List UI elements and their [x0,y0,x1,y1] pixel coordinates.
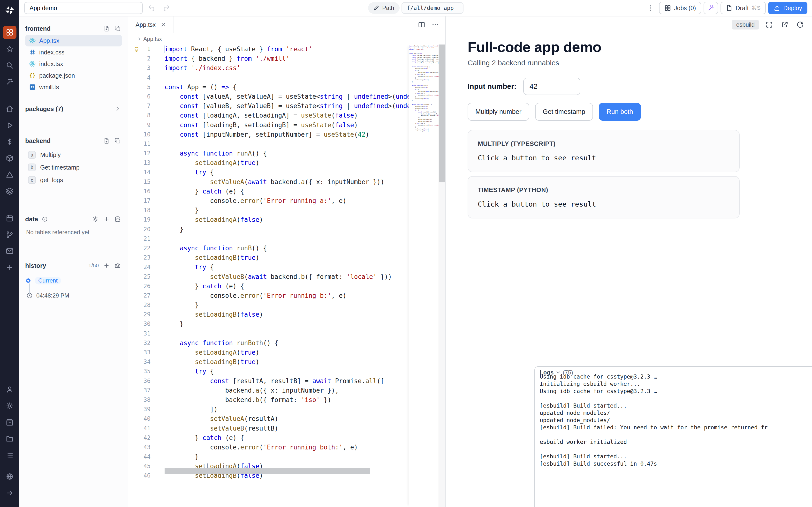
open-external-icon[interactable] [779,19,790,30]
undo-icon[interactable] [145,2,158,14]
number-input[interactable] [523,78,580,95]
input-number-label: Input number: [468,82,517,91]
layers-icon[interactable] [3,184,16,198]
path-value[interactable]: f/all/demo_app [401,2,464,14]
code-line-27: 27 console.error('Error running b:', e) [128,291,445,300]
deploy-button[interactable]: Deploy [768,2,807,14]
code-line-9: 9 const [loadingB, setLoadingB] = useSta… [128,120,445,130]
lightbulb-icon[interactable] [133,46,140,53]
prism-icon[interactable] [3,168,16,181]
page-subtitle: Calling 2 backend runnables [468,59,812,67]
tab-app-tsx[interactable]: App.tsx [128,16,174,33]
current-label: Current [35,277,61,284]
logs-body[interactable]: Using idb cache for csstype@3.2.3 …Initi… [535,373,812,507]
braces-file-icon: {} [29,72,36,79]
copy-runnable-icon[interactable] [113,136,122,145]
vertical-scrollbar[interactable] [439,45,445,507]
home-icon[interactable] [3,102,16,116]
line-number: 7 [128,101,158,111]
code-line-25: 25 setValueB(await backend.b({ format: '… [128,272,445,282]
line-number: 15 [128,177,158,187]
copy-file-icon[interactable] [113,24,122,33]
code-editor[interactable]: 1import React, { useState } from 'react'… [128,45,445,507]
frontend-file-list: App.tsxindex.cssindex.tsx{}package.jsonT… [25,35,122,93]
ai-wand-button[interactable] [704,2,718,14]
branch-icon[interactable] [3,228,16,241]
data-settings-gear-icon[interactable] [91,215,100,224]
history-current-item[interactable]: Current [26,276,122,285]
line-number: 30 [128,319,158,329]
app-name-input[interactable] [24,2,143,14]
dollar-icon[interactable] [3,135,16,149]
multiply-number-button[interactable]: Multiply number [468,103,529,121]
file-name: index.css [39,49,64,56]
horizontal-scrollbar-thumb[interactable] [165,468,370,473]
arrow-right-icon[interactable] [3,486,16,500]
explorer-sidebar: frontend App.tsxindex.cssindex.tsx{}pack… [19,16,128,507]
line-number: 23 [128,253,158,263]
minimap[interactable]: import React, { useState } from 'react'i… [409,45,439,507]
box-icon[interactable] [3,415,16,429]
tab-label: App.tsx [136,21,156,28]
file-item-wmill.ts[interactable]: TSwmill.ts [25,81,122,93]
code-line-7: 7 const [valueB, setValueB] = useState<s… [128,101,445,111]
add-snapshot-icon[interactable] [102,261,111,270]
star-icon[interactable] [3,42,16,56]
calendar-icon[interactable] [3,211,16,225]
camera-icon[interactable] [113,261,122,270]
vertical-scrollbar-thumb[interactable] [439,45,445,182]
apps-icon[interactable] [3,25,16,39]
close-tab-icon[interactable] [160,22,166,27]
refresh-icon[interactable] [795,19,806,30]
get-timestamp-button[interactable]: Get timestamp [535,103,593,121]
path-badge[interactable]: Path [368,2,399,14]
current-dot-icon [26,278,31,283]
folder-icon[interactable] [3,432,16,446]
kebab-menu-icon[interactable] [644,2,657,14]
frontend-title: frontend [25,25,51,33]
horizontal-scrollbar[interactable] [158,468,409,473]
deploy-icon [773,5,780,11]
code-line-42: 42 } catch (e) { [128,433,445,443]
user-icon[interactable] [3,383,16,396]
gear-icon[interactable] [3,399,16,413]
add-table-icon[interactable] [102,215,111,224]
jobs-button[interactable]: Jobs (0) [659,2,701,14]
timestamp-result-card: TIMESTAMP (PYTHON) Click a button to see… [468,176,740,218]
code-line-35: 35 try { [128,367,445,376]
inspect-icon[interactable] [764,19,774,30]
runnable-item-get-timestamp[interactable]: bGet timestamp [25,161,122,174]
search-icon[interactable] [3,59,16,72]
file-item-index.css[interactable]: index.css [25,47,122,58]
database-icon[interactable] [113,215,122,224]
globe-icon[interactable] [3,470,16,483]
line-number: 32 [128,338,158,348]
windmill-logo[interactable] [4,5,15,15]
file-item-index.tsx[interactable]: index.tsx [25,58,122,70]
package-icon[interactable] [3,152,16,165]
add-file-icon[interactable] [102,24,111,33]
wand-icon[interactable] [3,75,16,89]
split-editor-icon[interactable] [415,19,428,31]
line-number: 6 [128,92,158,101]
more-options-icon[interactable] [429,19,441,31]
history-timestamp-item[interactable]: 04:48:29 PM [26,292,122,299]
runnable-item-multiply[interactable]: aMultiply [25,149,122,161]
run-both-button[interactable]: Run both [599,103,641,121]
code-line-21: 21 [128,234,445,243]
line-number: 10 [128,130,158,139]
mail-icon[interactable] [3,244,16,258]
runnable-item-get_logs[interactable]: cget_logs [25,174,122,186]
draft-button[interactable]: Draft ⌘S [720,2,766,14]
list-icon[interactable] [3,448,16,462]
packages-toggle[interactable]: packages (7) [25,103,122,115]
plus-icon[interactable] [3,261,16,274]
timestamp-card-title: TIMESTAMP (PYTHON) [478,186,729,194]
info-icon[interactable] [41,215,49,224]
file-item-package.json[interactable]: {}package.json [25,70,122,81]
redo-icon[interactable] [160,2,173,14]
file-item-App.tsx[interactable]: App.tsx [25,35,122,47]
add-runnable-icon[interactable] [102,136,111,145]
data-title: data [25,216,38,223]
play-icon[interactable] [3,118,16,132]
